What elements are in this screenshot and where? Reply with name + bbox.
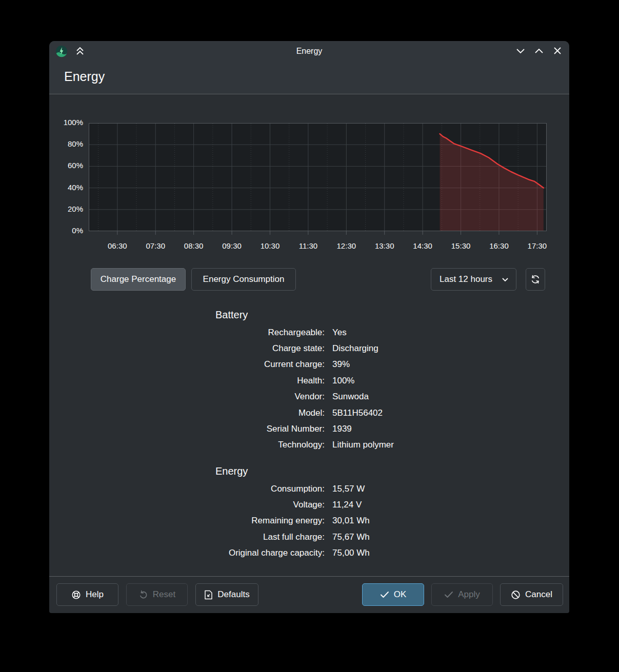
x-tick-label: 06:30 — [99, 241, 135, 250]
info-value: 39% — [332, 359, 569, 370]
refresh-button[interactable] — [526, 268, 545, 291]
energy-app-icon — [55, 45, 68, 57]
titlebar[interactable]: Energy — [49, 41, 569, 62]
info-value: 11,24 V — [332, 500, 569, 510]
reset-button-label: Reset — [153, 589, 175, 600]
reset-button[interactable]: Reset — [126, 583, 188, 606]
help-button-label: Help — [86, 589, 104, 600]
timespan-dropdown-value: Last 12 hours — [440, 274, 492, 284]
ok-button[interactable]: OK — [362, 583, 424, 606]
info-value: 30,01 Wh — [332, 516, 569, 526]
y-tick-label: 100% — [53, 118, 83, 127]
info-row: Remaining energy:30,01 Wh — [98, 513, 569, 529]
close-icon[interactable] — [551, 45, 564, 57]
info-row: Vendor:Sunwoda — [98, 389, 569, 405]
info-label: Vendor: — [98, 392, 325, 402]
chart-plot — [89, 123, 547, 236]
info-row: Health:100% — [98, 373, 569, 389]
help-button[interactable]: Help — [56, 583, 118, 606]
info-label: Voltage: — [98, 500, 325, 510]
info-value: 75,67 Wh — [332, 532, 569, 542]
info-label: Current charge: — [98, 359, 325, 370]
x-tick-label: 07:30 — [137, 241, 173, 250]
info-row: Current charge:39% — [98, 357, 569, 373]
help-icon — [71, 590, 81, 600]
info-row: Rechargeable:Yes — [98, 324, 569, 340]
charge-percentage-tab[interactable]: Charge Percentage — [91, 268, 186, 291]
info-label: Rechargeable: — [98, 328, 325, 338]
x-tick-label: 11:30 — [290, 241, 326, 250]
x-tick-label: 12:30 — [328, 241, 364, 250]
window-title: Energy — [49, 41, 569, 62]
defaults-icon — [204, 590, 213, 600]
info-label: Original charge capacity: — [98, 548, 325, 558]
info-row: Charge state:Discharging — [98, 340, 569, 356]
info-value: Sunwoda — [332, 392, 569, 402]
info-row: Original charge capacity:75,00 Wh — [98, 545, 569, 561]
info-label: Serial Number: — [98, 424, 325, 434]
x-tick-label: 09:30 — [214, 241, 250, 250]
x-tick-label: 17:30 — [519, 241, 555, 250]
section-title: Energy — [215, 465, 248, 477]
energy-consumption-tab[interactable]: Energy Consumption — [191, 268, 296, 291]
check-icon — [444, 591, 453, 598]
apply-button[interactable]: Apply — [431, 583, 493, 606]
refresh-icon — [530, 274, 541, 284]
info-row: Consumption:15,57 W — [98, 481, 569, 497]
info-label: Health: — [98, 376, 325, 386]
defaults-button[interactable]: Defaults — [195, 583, 258, 606]
section-title: Battery — [215, 309, 248, 321]
x-tick-label: 10:30 — [252, 241, 288, 250]
info-row: Serial Number:1939 — [98, 421, 569, 437]
page-header: Energy — [49, 62, 569, 94]
timespan-dropdown[interactable]: Last 12 hours — [431, 268, 516, 291]
footer: Help Reset Defaults OK — [49, 576, 569, 613]
info-value: 75,00 Wh — [332, 548, 569, 558]
y-tick-label: 0% — [53, 226, 83, 235]
energy-dialog: Energy — [49, 41, 569, 613]
info-label: Consumption: — [98, 484, 325, 494]
cancel-icon — [511, 590, 521, 600]
cancel-button[interactable]: Cancel — [500, 583, 563, 606]
info-value: Yes — [332, 328, 569, 338]
info-value: 100% — [332, 376, 569, 386]
y-tick-label: 20% — [53, 205, 83, 213]
y-tick-label: 80% — [53, 139, 83, 148]
maximize-button[interactable] — [532, 45, 546, 57]
info-value: 5B11H56402 — [332, 408, 569, 418]
reset-icon — [138, 590, 148, 600]
ok-button-label: OK — [394, 589, 407, 600]
x-tick-label: 15:30 — [443, 241, 479, 250]
section-rows: Rechargeable:YesCharge state:Discharging… — [98, 324, 569, 453]
info-row: Model:5B11H56402 — [98, 405, 569, 421]
desktop: { "window": { "title": "Energy", "app_ic… — [0, 0, 619, 672]
cancel-button-label: Cancel — [525, 589, 552, 600]
info-label: Model: — [98, 408, 325, 418]
minimize-button[interactable] — [514, 45, 527, 57]
info-value: 15,57 W — [332, 484, 569, 494]
info-value: 1939 — [332, 424, 569, 434]
y-tick-label: 40% — [53, 183, 83, 192]
double-chevron-up-icon[interactable] — [74, 46, 86, 57]
info-label: Last full charge: — [98, 532, 325, 542]
info-value: Discharging — [332, 343, 569, 354]
chevron-down-icon — [502, 277, 509, 282]
info-row: Technology:Lithium polymer — [98, 437, 569, 453]
x-tick-label: 16:30 — [481, 241, 517, 250]
info-row: Last full charge:75,67 Wh — [98, 529, 569, 545]
info-label: Charge state: — [98, 343, 325, 354]
section-rows: Consumption:15,57 WVoltage:11,24 VRemain… — [98, 481, 569, 561]
check-icon — [380, 591, 389, 598]
info-label: Technology: — [98, 440, 325, 450]
info-label: Remaining energy: — [98, 516, 325, 526]
apply-button-label: Apply — [458, 589, 480, 600]
page-title: Energy — [64, 69, 105, 84]
info-row: Voltage:11,24 V — [98, 497, 569, 513]
x-tick-label: 08:30 — [176, 241, 212, 250]
y-tick-label: 60% — [53, 161, 83, 170]
info-value: Lithium polymer — [332, 440, 569, 450]
defaults-button-label: Defaults — [217, 589, 249, 600]
x-tick-label: 13:30 — [367, 241, 403, 250]
x-tick-label: 14:30 — [405, 241, 441, 250]
